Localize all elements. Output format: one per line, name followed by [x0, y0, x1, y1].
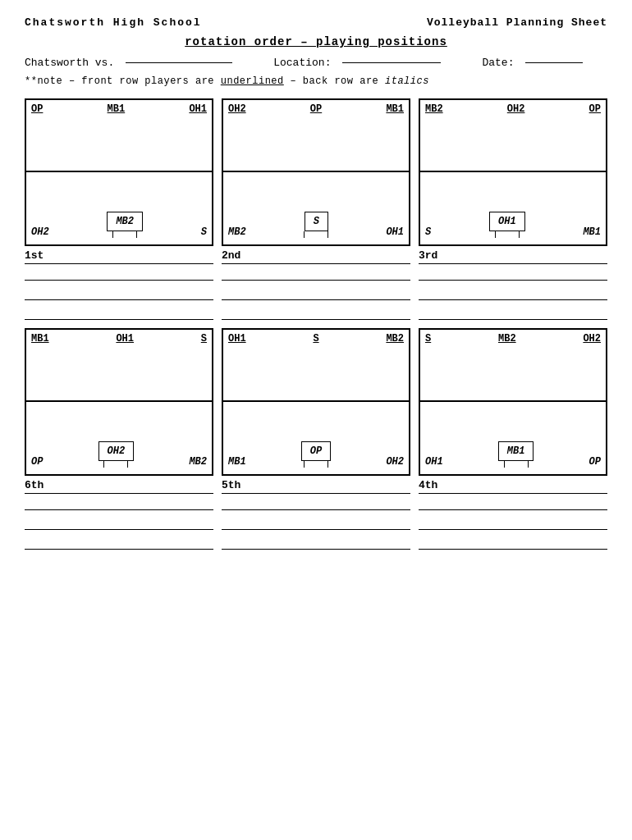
court-block-2nd: OH2 OP MB1 MB2 S OH1 2nd	[222, 98, 410, 320]
setter-box-4th: MB1	[498, 441, 534, 461]
note-blank-1-4th[interactable]	[419, 499, 607, 510]
back-right-6th: MB2	[189, 456, 207, 468]
note-blank-1-5th[interactable]	[222, 499, 410, 510]
court-diagram-2nd: OH2 OP MB1 MB2 S OH1	[222, 98, 410, 246]
court-bottom-2nd: MB2 S OH1	[223, 172, 409, 244]
location-label: Location:	[273, 57, 331, 69]
note-blank-3-6th[interactable]	[25, 538, 213, 550]
front-mid-2nd: OP	[310, 103, 322, 115]
note-blank-1-1st[interactable]	[25, 269, 213, 281]
rotation-label-4th: 4th	[419, 479, 607, 494]
note-blank-3-1st[interactable]	[25, 308, 213, 320]
back-left-5th: MB1	[228, 456, 246, 468]
court-block-1st: OP MB1 OH1 OH2 MB2 S 1st	[25, 98, 213, 320]
rotation-label-2nd: 2nd	[222, 249, 410, 264]
rotation-label-5th: 5th	[222, 479, 410, 494]
note-blank-3-4th[interactable]	[419, 538, 607, 550]
front-left-1st: OP	[31, 103, 43, 115]
sheet-title: Volleyball Planning Sheet	[427, 16, 607, 29]
court-top-4th: S MB2 OH2	[420, 330, 606, 402]
note-line: **note – front row players are underline…	[25, 75, 607, 87]
front-left-6th: MB1	[31, 333, 49, 345]
back-right-2nd: OH1	[386, 226, 404, 238]
court-block-5th: OH1 S MB2 MB1 OP OH2 5th	[222, 328, 410, 550]
note-blank-2-2nd[interactable]	[222, 289, 410, 300]
back-left-2nd: MB2	[228, 226, 246, 238]
setter-box-5th: OP	[301, 441, 331, 461]
court-bottom-4th: OH1 MB1 OP	[420, 402, 606, 474]
vs-line[interactable]	[126, 62, 232, 63]
back-right-3rd: MB1	[583, 226, 601, 238]
court-block-6th: MB1 OH1 S OP OH2 MB2 6th	[25, 328, 213, 550]
court-diagram-1st: OP MB1 OH1 OH2 MB2 S	[25, 98, 213, 246]
front-mid-6th: OH1	[116, 333, 134, 345]
front-left-5th: OH1	[228, 333, 246, 345]
rotation-label-6th: 6th	[25, 479, 213, 494]
front-right-4th: OH2	[583, 333, 601, 345]
note-lines-6th	[25, 499, 213, 550]
back-right-5th: OH2	[386, 456, 404, 468]
back-right-4th: OP	[589, 456, 601, 468]
back-left-3rd: S	[425, 226, 431, 238]
court-bottom-5th: MB1 OP OH2	[223, 402, 409, 474]
front-right-2nd: MB1	[386, 103, 404, 115]
front-mid-4th: MB2	[498, 333, 516, 345]
note-blank-2-5th[interactable]	[222, 518, 410, 530]
note-lines-3rd	[419, 269, 607, 320]
setter-box-3rd: OH1	[489, 212, 525, 231]
front-right-5th: MB2	[386, 333, 404, 345]
front-left-4th: S	[425, 333, 431, 345]
court-bottom-3rd: S OH1 MB1	[420, 172, 606, 244]
note-blank-1-2nd[interactable]	[222, 269, 410, 281]
court-top-6th: MB1 OH1 S	[26, 330, 212, 402]
note-blank-2-1st[interactable]	[25, 289, 213, 300]
note-lines-2nd	[222, 269, 410, 320]
date-label: Date:	[482, 57, 514, 69]
page-header: Chatsworth High School Volleyball Planni…	[25, 16, 607, 29]
note-lines-5th	[222, 499, 410, 550]
front-mid-1st: MB1	[108, 103, 126, 115]
court-diagram-4th: S MB2 OH2 OH1 MB1 OP	[419, 328, 607, 476]
center-title: rotation order – playing positions	[25, 35, 607, 48]
back-left-4th: OH1	[425, 456, 443, 468]
note-blank-1-6th[interactable]	[25, 499, 213, 510]
note-blank-2-3rd[interactable]	[419, 289, 607, 300]
match-info: Chatsworth vs. Location: Date:	[25, 57, 607, 69]
note-blank-1-3rd[interactable]	[419, 269, 607, 281]
court-top-5th: OH1 S MB2	[223, 330, 409, 402]
courts-grid: OP MB1 OH1 OH2 MB2 S 1st	[25, 98, 607, 550]
note-lines-4th	[419, 499, 607, 550]
vs-label: Chatsworth vs.	[25, 57, 114, 69]
note-blank-3-3rd[interactable]	[419, 308, 607, 320]
court-bottom-6th: OP OH2 MB2	[26, 402, 212, 474]
court-bottom-1st: OH2 MB2 S	[26, 172, 212, 244]
front-left-3rd: MB2	[425, 103, 443, 115]
front-right-6th: S	[201, 333, 207, 345]
note-blank-2-6th[interactable]	[25, 518, 213, 530]
court-diagram-6th: MB1 OH1 S OP OH2 MB2	[25, 328, 213, 476]
court-top-3rd: MB2 OH2 OP	[420, 100, 606, 172]
note-blank-3-5th[interactable]	[222, 538, 410, 550]
setter-box-6th: OH2	[98, 441, 135, 461]
front-right-1st: OH1	[189, 103, 207, 115]
court-diagram-5th: OH1 S MB2 MB1 OP OH2	[222, 328, 410, 476]
rotation-label-1st: 1st	[25, 249, 213, 264]
front-left-2nd: OH2	[228, 103, 246, 115]
rotation-label-3rd: 3rd	[419, 249, 607, 264]
front-mid-5th: S	[313, 333, 318, 345]
date-line[interactable]	[525, 62, 583, 63]
front-right-3rd: OP	[589, 103, 601, 115]
setter-box-1st: MB2	[107, 212, 143, 231]
setter-box-2nd: S	[305, 212, 328, 231]
note-lines-1st	[25, 269, 213, 320]
location-line[interactable]	[342, 62, 441, 63]
back-left-6th: OP	[31, 456, 43, 468]
back-right-1st: S	[201, 226, 207, 238]
note-blank-3-2nd[interactable]	[222, 308, 410, 320]
court-block-3rd: MB2 OH2 OP S OH1 MB1 3rd	[419, 98, 607, 320]
note-blank-2-4th[interactable]	[419, 518, 607, 530]
back-left-1st: OH2	[31, 226, 49, 238]
court-top-1st: OP MB1 OH1	[26, 100, 212, 172]
school-name: Chatsworth High School	[25, 16, 202, 29]
front-mid-3rd: OH2	[507, 103, 525, 115]
